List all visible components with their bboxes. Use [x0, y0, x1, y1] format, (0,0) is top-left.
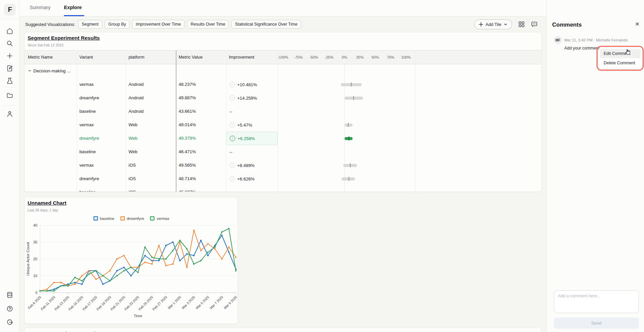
data-point[interactable] [200, 240, 202, 241]
data-point[interactable] [151, 257, 153, 258]
chevron-down-icon[interactable] [28, 68, 31, 73]
data-point[interactable] [116, 275, 118, 276]
data-point[interactable] [228, 252, 229, 253]
data-point[interactable] [102, 275, 104, 276]
data-point[interactable] [74, 284, 76, 285]
table-row[interactable]: vermaxWeb49.014%↑+5.47% [25, 118, 542, 132]
data-point[interactable] [221, 258, 222, 260]
table-row[interactable]: vermaxiOS49.565%↑+8.489% [25, 159, 542, 172]
table-title[interactable]: Segment Experiment Results [28, 35, 100, 41]
data-point[interactable] [130, 275, 132, 276]
person-icon[interactable] [6, 110, 13, 118]
viz-chip-segment[interactable]: Segment [78, 20, 102, 29]
data-point[interactable] [235, 257, 237, 258]
data-point[interactable] [151, 263, 153, 265]
chart-title[interactable]: Unnamed Chart [28, 200, 66, 206]
data-point[interactable] [144, 262, 146, 263]
data-point[interactable] [235, 270, 237, 271]
send-button[interactable]: Send [554, 318, 639, 329]
data-point[interactable] [60, 282, 62, 283]
tab-explore[interactable]: Explore [64, 5, 82, 10]
table-row[interactable]: vermaxAndroid48.237%↑+10.481% [25, 78, 542, 91]
col-platform[interactable]: platform [129, 55, 144, 60]
delete-comment-menu-item[interactable]: Delete Comment [600, 58, 641, 68]
data-point[interactable] [186, 253, 188, 255]
data-point[interactable] [109, 280, 111, 281]
data-point[interactable] [123, 270, 124, 271]
col-metric-value[interactable]: Metric Value [179, 55, 203, 60]
data-point[interactable] [221, 235, 222, 236]
data-point[interactable] [109, 270, 111, 271]
data-point[interactable] [172, 263, 174, 265]
viz-chip-improvement-over-time[interactable]: Improvement Over Time [132, 20, 184, 29]
table-row[interactable]: dreamfyreiOS48.714%↑+6.626% [25, 172, 542, 186]
grid-layout-icon[interactable] [518, 21, 525, 28]
table-row[interactable]: baselineAndroid43.661%-- [25, 105, 542, 118]
folder-icon[interactable] [6, 92, 13, 99]
data-point[interactable] [130, 267, 132, 268]
data-point[interactable] [186, 267, 188, 268]
viz-chip-statistical-significance-over-time[interactable]: Statistical Significance Over Time [231, 20, 301, 29]
close-icon[interactable]: × [635, 20, 639, 27]
data-point[interactable] [179, 260, 181, 261]
data-point[interactable] [200, 250, 202, 251]
data-point[interactable] [137, 267, 139, 268]
tab-summary[interactable]: Summary [30, 5, 50, 10]
presentation-comment-icon[interactable] [531, 21, 538, 28]
col-variant[interactable]: Variant [79, 55, 93, 60]
data-point[interactable] [95, 278, 97, 280]
data-point[interactable] [151, 260, 153, 261]
data-point[interactable] [207, 252, 209, 253]
experiment-flask-icon[interactable] [6, 77, 13, 85]
data-point[interactable] [228, 246, 229, 248]
database-icon[interactable] [6, 291, 13, 299]
data-point[interactable] [95, 270, 97, 271]
data-point[interactable] [60, 285, 62, 287]
data-point[interactable] [228, 228, 229, 229]
data-point[interactable] [81, 284, 83, 285]
data-point[interactable] [221, 231, 222, 233]
data-point[interactable] [81, 275, 83, 276]
data-point[interactable] [186, 248, 188, 250]
search-icon[interactable] [6, 40, 13, 47]
series-line-vermax[interactable] [40, 229, 236, 291]
home-icon[interactable] [6, 27, 13, 35]
data-point[interactable] [46, 290, 48, 292]
edit-comment-menu-item[interactable]: Edit Comment [600, 49, 641, 58]
second-results-title[interactable]: Segment Experiment Results [28, 331, 100, 332]
data-point[interactable] [158, 245, 159, 246]
data-point[interactable] [53, 282, 55, 283]
data-point[interactable] [158, 258, 159, 260]
data-point[interactable] [102, 284, 104, 285]
data-point[interactable] [74, 277, 76, 278]
data-point[interactable] [116, 270, 118, 271]
data-point[interactable] [165, 245, 167, 246]
data-point[interactable] [123, 267, 124, 268]
logout-icon[interactable] [6, 319, 13, 326]
data-point[interactable] [207, 243, 209, 244]
series-line-baseline[interactable] [40, 235, 236, 291]
data-point[interactable] [53, 290, 55, 292]
data-point[interactable] [67, 284, 69, 285]
data-point[interactable] [88, 270, 90, 271]
data-point[interactable] [193, 230, 194, 231]
table-row[interactable]: baselineiOS45.687%-- [25, 186, 542, 192]
col-metric-name[interactable]: Metric Name [28, 55, 53, 60]
data-point[interactable] [137, 272, 139, 273]
data-point[interactable] [165, 265, 167, 266]
series-line-dreamfyre[interactable] [40, 230, 236, 291]
metric-group-row[interactable]: Decision-making ... [28, 68, 71, 73]
data-point[interactable] [165, 258, 167, 260]
data-point[interactable] [172, 250, 174, 251]
data-point[interactable] [214, 246, 216, 248]
data-point[interactable] [88, 273, 90, 275]
data-point[interactable] [116, 258, 118, 260]
comment-input[interactable] [554, 290, 639, 313]
data-point[interactable] [179, 240, 181, 241]
data-point[interactable] [144, 246, 146, 248]
data-point[interactable] [172, 241, 174, 243]
table-row[interactable]: dreamfyreAndroid49.887%↑+14.259% [25, 91, 542, 105]
data-point[interactable] [207, 255, 209, 256]
data-point[interactable] [39, 290, 41, 292]
viz-chip-group-by[interactable]: Group By [105, 20, 130, 29]
